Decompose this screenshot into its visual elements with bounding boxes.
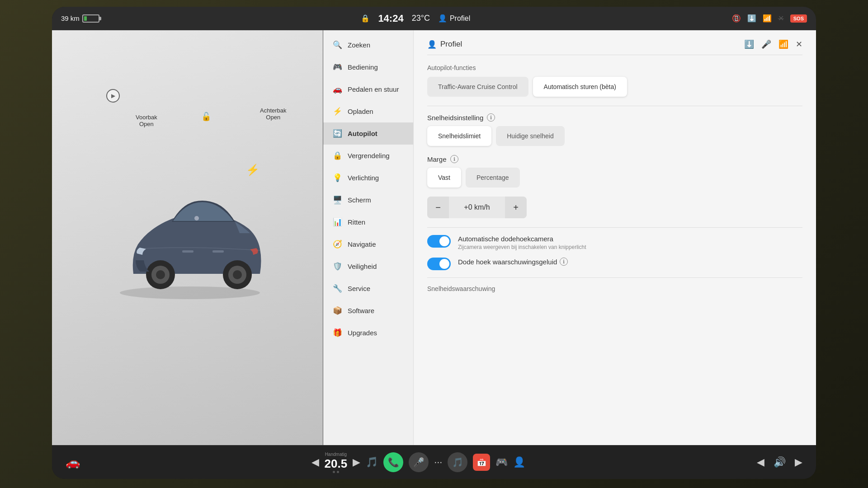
close-profile-icon[interactable]: ✕ (796, 39, 802, 49)
nav-item-autopilot[interactable]: 🔄 Autopilot (323, 122, 413, 145)
volume-icon[interactable]: 🔊 (774, 456, 786, 468)
spotify-icon[interactable]: 🎵 (448, 452, 467, 472)
autopilot-btn-group: Traffic-Aware Cruise Control Automatisch… (427, 77, 802, 97)
sos-badge[interactable]: SOS (790, 14, 807, 23)
vast-button[interactable]: Vast (427, 168, 461, 188)
lighting-icon: 💡 (332, 173, 342, 183)
nav-item-scherm[interactable]: 🖥️ Scherm (323, 189, 413, 211)
temp-dot-2 (337, 471, 339, 473)
nav-item-pedalen[interactable]: 🚗 Pedalen en stuur (323, 78, 413, 100)
temp-nav-left[interactable]: ◀ (311, 456, 319, 468)
autopilot-icon: 🔄 (332, 129, 342, 138)
nav-item-opladen[interactable]: ⚡ Opladen (323, 100, 413, 122)
toggle-slider-1 (427, 235, 451, 248)
traffic-cruise-button[interactable]: Traffic-Aware Cruise Control (427, 77, 528, 97)
volume-nav-right[interactable]: ▶ (795, 456, 802, 468)
toggle-label-2-text: Dode hoek waarschuwingsgeluid (458, 258, 557, 266)
games-icon[interactable]: 🎮 (495, 456, 508, 468)
nav-label-scherm: Scherm (348, 196, 371, 204)
status-right: 📵 ⬇️ 📶 ✕ SOS (732, 14, 807, 23)
mic-icon[interactable]: 🎤 (761, 39, 771, 49)
temperature-control: Handmatig 20.5 (325, 452, 348, 473)
snelheidsinstelling-info-icon[interactable]: ℹ (487, 113, 495, 122)
nav-item-veiligheid[interactable]: 🛡️ Veiligheid (323, 255, 413, 277)
stepper-plus-button[interactable]: + (505, 197, 527, 218)
nav-item-bediening[interactable]: 🎮 Bediening (323, 56, 413, 78)
safety-icon: 🛡️ (332, 262, 342, 271)
software-icon: 📦 (332, 306, 342, 315)
temp-dot-1 (333, 471, 335, 473)
nav-item-upgrades[interactable]: 🎁 Upgrades (323, 322, 413, 344)
charge-lightning-icon: ⚡ (246, 164, 259, 176)
nav-item-service[interactable]: 🔧 Service (323, 277, 413, 300)
calendar-icon[interactable]: 📅 (473, 454, 490, 471)
status-center: 🔒 14:24 23°C 👤 Profiel (361, 13, 470, 24)
toggle-row-1: Automatische dodehoekcamera Zijcamera we… (427, 235, 802, 250)
voice-icon[interactable]: 🎤 (409, 452, 429, 472)
svg-point-9 (194, 216, 199, 221)
auto-sturen-button[interactable]: Automatisch sturen (bèta) (533, 77, 627, 97)
more-icon[interactable]: ··· (434, 456, 442, 468)
nav-label-verlichting: Verlichting (348, 174, 379, 182)
stepper-minus-button[interactable]: − (427, 197, 449, 218)
temp-mode-label: Handmatig (325, 452, 347, 457)
profile-display[interactable]: 👤 Profiel (438, 14, 470, 23)
signal-muted-icon: 📵 (732, 14, 741, 23)
status-bar: 39 km 🔒 14:24 23°C 👤 Profiel 📵 ⬇️ 📶 ✕ SO… (52, 7, 816, 30)
voorbak-label-text: Voorbak (136, 114, 157, 121)
toggle-slider-2 (427, 258, 451, 270)
divider-3 (427, 277, 802, 278)
nav-label-upgrades: Upgrades (348, 329, 377, 337)
achterbak-state-text: Open (260, 114, 287, 121)
nav-item-navigatie[interactable]: 🧭 Navigatie (323, 233, 413, 255)
battery-fill (84, 16, 87, 21)
snelheidslimiet-button[interactable]: Snelheidslimiet (427, 126, 491, 146)
toggle-waarschuwingsgeluid[interactable] (427, 258, 451, 270)
download-icon: ⬇️ (747, 14, 756, 23)
charge-icon: ⚡ (332, 107, 342, 116)
percentage-button[interactable]: Percentage (466, 168, 520, 188)
toggle2-info-icon[interactable]: ℹ (560, 258, 568, 266)
nav-item-zoeken[interactable]: 🔍 Zoeken (323, 34, 413, 56)
phone-icon[interactable]: 📞 (383, 452, 403, 472)
battery-icon (82, 14, 99, 23)
speed-stepper: − +0 km/h + (427, 197, 527, 218)
main-content: ▶ Voorbak Open Achterbak Open 🔓 (52, 30, 816, 445)
nav-label-ritten: Ritten (348, 218, 365, 226)
temp-nav-right[interactable]: ▶ (353, 456, 360, 468)
car-panel: ▶ Voorbak Open Achterbak Open 🔓 (52, 30, 323, 445)
snelheids-btn-group: Snelheidslimiet Huidige snelheid (427, 126, 802, 146)
nav-label-service: Service (348, 285, 370, 292)
service-icon: 🔧 (332, 284, 342, 293)
profile-taskbar-icon[interactable]: 👤 (513, 456, 525, 468)
marge-section: Marge ℹ Vast Percentage − +0 km/h + (427, 155, 802, 218)
nav-item-vergrendeling[interactable]: 🔒 Vergrendeling (323, 145, 413, 167)
screen-icon: 🖥️ (332, 195, 342, 205)
play-button[interactable]: ▶ (106, 89, 120, 103)
marge-title: Marge (427, 155, 447, 163)
temp-nav-row: 20.5 (325, 457, 348, 471)
nav-icon: 🧭 (332, 239, 342, 249)
achterbak-label-text: Achterbak (260, 107, 287, 114)
nav-item-software[interactable]: 📦 Software (323, 300, 413, 322)
volume-nav-left[interactable]: ◀ (757, 456, 764, 468)
bluetooth-profile-icon[interactable]: 📶 (778, 39, 788, 49)
main-screen: 39 km 🔒 14:24 23°C 👤 Profiel 📵 ⬇️ 📶 ✕ SO… (52, 7, 816, 479)
taskbar-center: ◀ Handmatig 20.5 ▶ 🎵 📞 🎤 ··· 🎵 📅 🎮 👤 (311, 452, 526, 473)
nav-label-bediening: Bediening (348, 63, 378, 71)
toggle-dodehoekcamera[interactable] (427, 235, 451, 248)
voorbak-state-text: Open (136, 121, 157, 127)
car-visualization (106, 174, 269, 301)
toggle-row-2: Dode hoek waarschuwingsgeluid ℹ (427, 258, 802, 270)
huidige-snelheid-button[interactable]: Huidige snelheid (496, 126, 565, 146)
nav-label-zoeken: Zoeken (348, 41, 370, 49)
car-top-view-icon[interactable]: 🚗 (66, 455, 80, 469)
nav-item-verlichting[interactable]: 💡 Verlichting (323, 167, 413, 189)
profile-name: Profiel (450, 14, 470, 23)
divider-1 (427, 106, 802, 106)
download-profile-icon[interactable]: ⬇️ (744, 39, 754, 49)
marge-info-icon[interactable]: ℹ (450, 155, 458, 163)
toggle-sublabel-1: Zijcamera weergeven bij inschakelen van … (458, 244, 802, 250)
nav-item-ritten[interactable]: 📊 Ritten (323, 211, 413, 233)
music-icon[interactable]: 🎵 (366, 456, 378, 468)
